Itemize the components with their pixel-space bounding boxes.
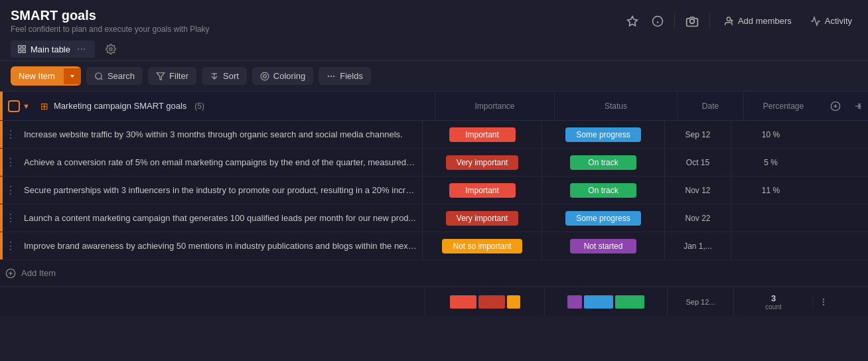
info-button[interactable]	[649, 13, 666, 30]
svg-point-33	[823, 301, 824, 302]
table-row[interactable]: ⋮ Achieve a conversion rate of 5% on ema…	[0, 149, 868, 177]
row-name: Improve brand awareness by achieving 50 …	[19, 241, 422, 251]
swatch-purple	[567, 295, 582, 309]
row-name: Increase website traffic by 30% within 3…	[19, 129, 422, 139]
search-button[interactable]: Search	[86, 67, 143, 85]
svg-point-20	[261, 72, 269, 80]
group-name: Marketing campaign SMART goals	[54, 101, 186, 111]
add-item-label: Add Item	[21, 268, 56, 278]
col-add-button[interactable]	[823, 92, 848, 120]
swatch-blue	[584, 295, 613, 309]
tabbar: Main table ···	[0, 38, 868, 61]
svg-rect-11	[23, 50, 25, 52]
row-menu-dots[interactable]: ⋮	[3, 184, 19, 196]
svg-rect-9	[19, 46, 21, 48]
col-resize-handle[interactable]	[848, 92, 868, 120]
table-container: ▼ ⊞ Marketing campaign SMART goals (5) I…	[0, 92, 868, 316]
status-badge: Not started	[570, 239, 636, 253]
filter-button[interactable]: Filter	[148, 67, 196, 85]
row-importance: Very important	[422, 149, 542, 176]
new-item-button[interactable]: New Item	[11, 66, 81, 86]
settings-button[interactable]	[103, 41, 119, 57]
toolbar: New Item Search Filter Sort Coloring Fie…	[0, 61, 868, 92]
svg-point-5	[690, 19, 695, 23]
importance-badge: Not so important	[442, 239, 522, 253]
activity-button[interactable]: Activity	[805, 13, 857, 29]
swatch-red	[450, 295, 476, 309]
tab-more-dots[interactable]: ···	[74, 43, 88, 55]
table-row[interactable]: ⋮ Improve brand awareness by achieving 5…	[0, 232, 868, 260]
svg-point-34	[823, 304, 824, 305]
table-row[interactable]: ⋮ Secure partnerships with 3 influencers…	[0, 177, 868, 204]
activity-label: Activity	[825, 16, 852, 26]
row-menu-dots[interactable]: ⋮	[3, 128, 19, 141]
group-checkbox[interactable]	[8, 100, 20, 112]
row-status: On track	[542, 149, 664, 176]
svg-point-6	[727, 17, 730, 21]
footer-importance	[425, 287, 544, 316]
filter-label: Filter	[169, 71, 188, 81]
footer-date: Sep 12...	[667, 287, 733, 316]
row-date: Nov 22	[664, 204, 731, 232]
svg-line-16	[101, 78, 103, 80]
group-title-cell: ⊞ Marketing campaign SMART goals (5)	[35, 101, 435, 111]
header-left: SMART goals Feel confident to plan and e…	[11, 8, 210, 34]
footer-actions-button[interactable]	[813, 297, 833, 307]
new-item-dropdown-arrow[interactable]	[63, 68, 81, 84]
footer-status	[544, 287, 667, 316]
fields-label: Fields	[340, 71, 363, 81]
status-badge: On track	[570, 155, 636, 170]
table-row[interactable]: ⋮ Increase website traffic by 30% within…	[0, 121, 868, 149]
count-label: count	[765, 303, 781, 311]
table-row[interactable]: ⋮ Launch a content marketing campaign th…	[0, 204, 868, 232]
col-header-date: Date	[677, 92, 743, 120]
add-item-row[interactable]: Add Item	[0, 260, 868, 287]
svg-point-23	[334, 76, 334, 76]
row-importance: Very important	[422, 204, 542, 232]
footer-date-value: Sep 12...	[686, 298, 715, 306]
group-dropdown-arrow[interactable]: ▼	[23, 102, 30, 110]
new-item-label[interactable]: New Item	[11, 66, 63, 86]
row-menu-dots[interactable]: ⋮	[3, 212, 19, 224]
add-members-button[interactable]: Add members	[718, 13, 797, 29]
tab-main-table[interactable]: Main table ···	[11, 40, 95, 58]
svg-point-22	[331, 76, 332, 76]
add-item-icon	[5, 267, 16, 279]
status-badge: On track	[570, 183, 636, 198]
status-badge: Some progress	[565, 211, 640, 226]
app-header: SMART goals Feel confident to plan and e…	[0, 0, 868, 38]
svg-point-15	[96, 72, 102, 78]
header-separator2	[709, 13, 710, 29]
svg-point-13	[109, 48, 112, 50]
percentage-value: 10 %	[762, 130, 780, 139]
swatch-darkred	[478, 295, 505, 309]
row-date: Oct 15	[664, 149, 731, 176]
col-header-importance: Importance	[435, 92, 554, 120]
tab-main-table-label: Main table	[31, 44, 70, 54]
camera-button[interactable]	[683, 12, 701, 31]
swatch-orange	[507, 295, 520, 309]
sort-button[interactable]: Sort	[202, 67, 247, 85]
coloring-button[interactable]: Coloring	[252, 67, 313, 85]
app-subtitle: Feel confident to plan and execute your …	[11, 25, 210, 34]
importance-badge: Very important	[446, 155, 518, 170]
row-menu-dots[interactable]: ⋮	[3, 156, 19, 169]
row-status: Not started	[542, 232, 664, 259]
row-status: On track	[542, 177, 664, 204]
status-badge: Some progress	[565, 127, 640, 142]
table-rows: ⋮ Increase website traffic by 30% within…	[0, 121, 868, 260]
group-checkbox-area[interactable]: ▼	[3, 100, 35, 112]
svg-rect-12	[19, 50, 21, 52]
row-importance: Not so important	[422, 232, 542, 259]
app-title: SMART goals	[11, 8, 210, 23]
star-button[interactable]	[624, 13, 641, 30]
fields-button[interactable]: Fields	[319, 67, 371, 85]
importance-badge: Important	[449, 183, 516, 198]
row-percentage	[731, 204, 810, 232]
count-number: 3	[771, 293, 776, 303]
svg-point-32	[823, 299, 824, 299]
row-menu-dots[interactable]: ⋮	[3, 240, 19, 252]
row-percentage: 5 %	[731, 149, 810, 176]
importance-badge: Important	[449, 127, 516, 142]
search-label: Search	[108, 71, 135, 81]
